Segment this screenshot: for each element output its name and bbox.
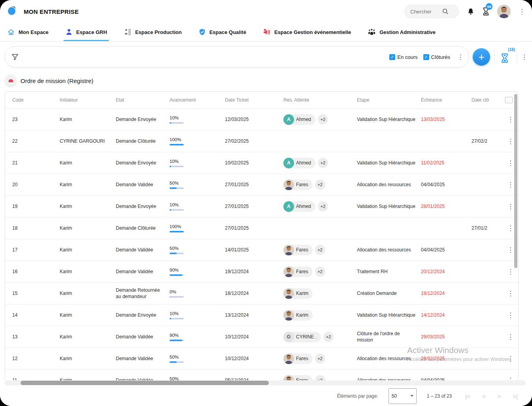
table-row[interactable]: 21KarimDemande Envoyée10%10/02/2025AAhme…	[5, 152, 518, 174]
assignee-chip[interactable]: Fares	[283, 245, 313, 255]
extra-assignees-chip[interactable]: +2	[315, 245, 325, 255]
horizontal-scrollbar-track[interactable]	[5, 380, 526, 385]
extra-assignees-chip[interactable]: +2	[315, 375, 325, 381]
tab-espace-grh[interactable]: Espace GRH	[64, 23, 109, 41]
row-menu-button[interactable]: ⋮	[507, 138, 513, 145]
table-row[interactable]: 22CYRINE GARGOURIDemande Clôturée100%27/…	[5, 130, 518, 152]
row-menu-button[interactable]: ⋮	[507, 160, 513, 166]
cell-etape: Allocation des ressources	[357, 355, 421, 362]
assignee-chip[interactable]: AAhmed	[283, 114, 315, 125]
tab-mon-espace[interactable]: Mon Espace	[6, 23, 50, 41]
col-header-date-clo[interactable]: Date clô	[472, 97, 495, 103]
row-menu-button[interactable]: ⋮	[507, 312, 513, 319]
cell-etat: Demande Validée	[116, 181, 170, 188]
row-menu-button[interactable]: ⋮	[507, 355, 513, 362]
extra-assignees-chip[interactable]: +2	[315, 353, 325, 364]
row-menu-button[interactable]: ⋮	[507, 181, 513, 188]
table-row[interactable]: 15KarimDemande Retournée au demandeur0%1…	[5, 283, 518, 304]
assignee-chip[interactable]: Fares	[283, 266, 313, 277]
assignee-chip[interactable]: Fares	[283, 353, 313, 364]
table-row[interactable]: 12KarimDemande Validée50%10/12/2024Fares…	[5, 348, 518, 370]
assignee-chip[interactable]: AAhmed	[283, 201, 315, 212]
filter-checkbox-clotures[interactable]: ✓ Clôturés	[423, 54, 450, 60]
table-row[interactable]: 17KarimDemande Validée50%14/01/2025Fares…	[5, 239, 518, 261]
filter-more-menu-button[interactable]: ⋮	[457, 54, 463, 60]
table-vertical-scrollbar[interactable]	[514, 94, 517, 268]
row-menu-button[interactable]: ⋮	[507, 247, 513, 253]
row-menu-button[interactable]: ⋮	[507, 203, 513, 210]
extra-assignees-chip[interactable]: +2	[318, 114, 328, 125]
progress-bar	[170, 253, 184, 254]
add-record-button[interactable]: +	[473, 48, 490, 66]
table-row[interactable]: 19KarimDemande Envoyée10%27/01/2025AAhme…	[5, 196, 518, 217]
filter-funnel-icon[interactable]	[11, 53, 19, 61]
topbar-more-menu-button[interactable]: ⋮	[519, 8, 524, 15]
extra-assignees-chip[interactable]: +2	[315, 179, 325, 190]
extra-assignees-chip[interactable]: +2	[318, 201, 328, 211]
table-row[interactable]: 23KarimDemande Envoyée10%12/03/2025AAhme…	[5, 109, 518, 130]
table-row[interactable]: 18KarimDemande Clôturée100%27/01/202527/…	[5, 217, 518, 239]
table-row[interactable]: 20KarimDemande Validée50%27/01/2025Fares…	[5, 174, 518, 196]
chevron-down-icon	[410, 395, 413, 397]
table-row[interactable]: 11KarimDemande Validée50%05/12/2024Fares…	[5, 370, 518, 381]
tab-espace-gestion-v-nementielle[interactable]: Espace Gestion événementielle	[261, 23, 353, 41]
column-settings-icon[interactable]: …	[505, 97, 513, 103]
search-field[interactable]	[409, 8, 442, 15]
extra-assignees-chip[interactable]: +2	[315, 266, 325, 277]
col-header-echeance[interactable]: Échéance	[421, 97, 472, 103]
assignee-chip[interactable]: Fares	[283, 375, 313, 381]
table-row[interactable]: 13KarimDemande Validée90%10/12/2024GCYRI…	[5, 326, 518, 348]
assignee-chip[interactable]: Fares	[283, 179, 313, 190]
extra-assignees-chip[interactable]: +2	[318, 158, 328, 168]
cell-etat: Demande Validée	[116, 334, 170, 340]
first-page-button[interactable]: |<	[465, 393, 470, 400]
progress-label: 50%	[170, 354, 221, 361]
table-row[interactable]: 14KarimDemande Envoyée10%13/12/2024Karim…	[5, 304, 518, 326]
prev-page-button[interactable]: <	[482, 393, 486, 400]
col-header-date-ticket[interactable]: Date Ticket	[225, 97, 283, 103]
assignee-chip[interactable]: GCYRINE .	[283, 332, 321, 342]
items-per-page-select[interactable]: 50	[389, 388, 417, 404]
row-menu-button[interactable]: ⋮	[507, 225, 513, 232]
row-menu-button[interactable]: ⋮	[507, 290, 513, 297]
last-page-button[interactable]: >|	[513, 393, 518, 400]
next-page-button[interactable]: >	[498, 393, 501, 400]
cell-code: 22	[5, 138, 60, 144]
row-menu-button[interactable]: ⋮	[507, 334, 513, 340]
bell-icon[interactable]	[467, 7, 475, 16]
col-header-res-attente[interactable]: Res. Attente	[283, 97, 357, 103]
cell-res-attente: Fares+2	[283, 375, 357, 381]
cell-echeance: 28/01/2025	[421, 203, 472, 210]
col-header-initiateur[interactable]: Initiateur	[60, 97, 116, 103]
home-icon	[7, 28, 15, 36]
table-row[interactable]: 16KarimDemande Validée90%19/12/2024Fares…	[5, 261, 518, 283]
user-avatar[interactable]	[497, 5, 511, 18]
assignee-chip[interactable]: Karim	[283, 310, 313, 321]
cell-etat: Demande Clôturée	[116, 225, 170, 231]
col-header-etape[interactable]: Etape	[357, 97, 421, 103]
col-header-code[interactable]: Code	[5, 97, 60, 103]
search-icon[interactable]	[442, 8, 449, 15]
row-menu-button[interactable]: ⋮	[507, 116, 513, 123]
row-menu-button[interactable]: ⋮	[507, 268, 513, 275]
list-more-menu-button[interactable]: ⋮	[521, 54, 526, 60]
tab-espace-production[interactable]: Espace Production	[122, 23, 183, 41]
filter-checkbox-en-cours[interactable]: ✓ En cours	[389, 54, 417, 60]
assignee-chip[interactable]: AAhmed	[283, 158, 315, 168]
assignee-chip[interactable]: Karim	[283, 288, 313, 299]
extra-assignees-chip[interactable]: +2	[323, 332, 334, 342]
filter-bar[interactable]: ✓ En cours ✓ Clôturés ⋮	[5, 46, 469, 68]
col-header-etat[interactable]: Etat	[116, 97, 170, 103]
pending-filter-hourglass-icon[interactable]: (18)	[498, 51, 513, 63]
assignee-name: Karim	[296, 312, 308, 318]
col-header-avancement[interactable]: Avancement	[170, 97, 225, 103]
tab-label: Espace GRH	[76, 29, 107, 35]
pending-count-label: (18)	[508, 47, 515, 52]
cell-res-attente: AAhmed+2	[283, 158, 357, 168]
search-input[interactable]	[404, 5, 459, 18]
pending-tasks-hourglass-icon[interactable]: 59	[483, 7, 489, 16]
tab-gestion-administrative[interactable]: Gestion Administrative	[366, 23, 437, 41]
horizontal-scrollbar-thumb[interactable]	[21, 381, 269, 385]
checkbox-checked-icon: ✓	[389, 54, 395, 60]
tab-espace-qualit-[interactable]: Espace Qualité	[197, 23, 248, 41]
